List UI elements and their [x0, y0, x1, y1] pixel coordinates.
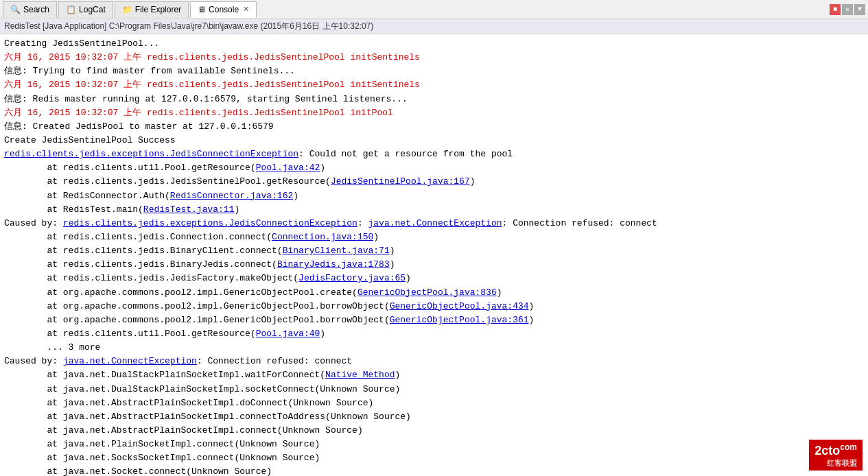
console-line-3: 六月 16, 2015 10:32:07 上午 redis.clients.je… — [4, 78, 864, 92]
tab-logcat[interactable]: 📋 LogCat — [58, 1, 113, 18]
tab-fileexplorer[interactable]: 📁 File Explorer — [115, 1, 189, 18]
console-output[interactable]: Creating JedisSentinelPool... 六月 16, 201… — [0, 34, 868, 476]
caused-by-2-suffix: : Connection refused: connect — [197, 356, 352, 366]
console-line-16: at redis.clients.jedis.BinaryJedis.conne… — [4, 258, 864, 272]
tab-search-label: Search — [23, 5, 49, 14]
console-line-15: at redis.clients.jedis.BinaryClient.conn… — [4, 244, 864, 258]
statusbar-text: RedisTest [Java Application] C:\Program … — [4, 21, 373, 32]
tab-console[interactable]: 🖥 Console ✕ — [190, 1, 257, 18]
jedis-exception-link-2[interactable]: redis.clients.jedis.exceptions.JedisConn… — [63, 218, 357, 228]
console-line-30: at java.net.SocksSocketImpl.connect(Unkn… — [4, 451, 864, 465]
jedisFactory-link[interactable]: JedisFactory.java:65 — [298, 273, 406, 283]
stop-button[interactable]: ■ — [830, 4, 841, 15]
console-line-9: at redis.clients.util.Pool.getResource(P… — [4, 161, 864, 175]
connect-exception-link-1[interactable]: java.net.ConnectException — [368, 218, 502, 228]
caused-by-1-middle: : — [357, 218, 368, 228]
close-button[interactable]: ✕ — [842, 4, 853, 15]
tab-console-close[interactable]: ✕ — [243, 5, 249, 14]
console-line-19: at org.apache.commons.pool2.impl.Generic… — [4, 300, 864, 313]
binaryClient-link[interactable]: BinaryClient.java:71 — [283, 246, 390, 256]
genericPool-borrow2-link[interactable]: GenericObjectPool.java:361 — [390, 315, 529, 325]
console-line-8-suffix: : Could not get a resource from the pool — [298, 149, 513, 159]
console-line-8: redis.clients.jedis.exceptions.JedisConn… — [4, 147, 864, 161]
genericPool-create-link[interactable]: GenericObjectPool.java:836 — [357, 287, 497, 298]
console-line-21: at redis.clients.util.Pool.getResource(P… — [4, 327, 864, 341]
caused-by-1-suffix: : Connection refused: connect — [502, 218, 657, 228]
console-line-31: at java.net.Socket.connect(Unknown Sourc… — [4, 465, 864, 476]
connection-java-150-link[interactable]: Connection.java:150 — [272, 232, 373, 242]
console-line-0: Creating JedisSentinelPool... — [4, 37, 864, 51]
console-line-23: Caused by: java.net.ConnectException: Co… — [4, 355, 864, 368]
console-line-12: at RedisTest.main(RedisTest.java:11) — [4, 203, 864, 217]
tab-search[interactable]: 🔍 Search — [3, 1, 57, 18]
console-line-5: 六月 16, 2015 10:32:07 上午 redis.clients.je… — [4, 106, 864, 120]
pool-java-40-link[interactable]: Pool.java:40 — [256, 329, 320, 339]
jedis-exception-link-1[interactable]: redis.clients.jedis.exceptions.JedisConn… — [4, 149, 298, 159]
tab-logcat-label: LogCat — [79, 5, 106, 14]
search-icon: 🔍 — [10, 5, 21, 14]
console-line-2: 信息: Trying to find master from available… — [4, 64, 864, 78]
console-line-6: 信息: Created JedisPool to master at 127.0… — [4, 120, 864, 134]
console-line-29: at java.net.PlainSocketImpl.connect(Unkn… — [4, 438, 864, 451]
connect-exception-link-2[interactable]: java.net.ConnectException — [63, 356, 197, 366]
menu-button[interactable]: ▼ — [854, 4, 865, 15]
console-line-18: at org.apache.commons.pool2.impl.Generic… — [4, 286, 864, 300]
console-line-11: at RedisConnector.Auth(RedisConnector.ja… — [4, 189, 864, 203]
watermark-line3: com — [840, 442, 857, 452]
genericPool-borrow1-link[interactable]: GenericObjectPool.java:434 — [390, 301, 529, 311]
tab-console-label: Console — [209, 5, 239, 14]
console-line-7: Create JedisSentinelPool Success — [4, 134, 864, 147]
fileexplorer-icon: 📁 — [122, 5, 132, 14]
watermark-box: 2ctocom 红客联盟 — [809, 440, 863, 471]
console-line-22: ... 3 more — [4, 341, 864, 355]
toolbar-buttons: ■ ✕ ▼ — [830, 4, 865, 15]
console-icon: 🖥 — [198, 5, 206, 14]
toolbar: 🔍 Search 📋 LogCat 📁 File Explorer 🖥 Cons… — [0, 0, 868, 19]
redisTest-link[interactable]: RedisTest.java:11 — [143, 204, 235, 215]
jedisSentinelPool-link[interactable]: JedisSentinelPool.java:167 — [331, 176, 470, 187]
console-line-25: at java.net.DualStackPlainSocketImpl.soc… — [4, 383, 864, 396]
watermark-line2: 红客联盟 — [814, 459, 857, 468]
console-line-4: 信息: Redis master running at 127.0.0.1:65… — [4, 93, 864, 106]
console-line-10: at redis.clients.jedis.JedisSentinelPool… — [4, 175, 864, 189]
binaryJedis-link[interactable]: BinaryJedis.java:1783 — [277, 259, 390, 270]
console-line-17: at redis.clients.jedis.JedisFactory.make… — [4, 272, 864, 285]
console-line-20: at org.apache.commons.pool2.impl.Generic… — [4, 313, 864, 327]
redisConnector-link[interactable]: RedisConnector.java:162 — [170, 191, 293, 201]
console-line-14: at redis.clients.jedis.Connection.connec… — [4, 230, 864, 244]
watermark: 2ctocom 红客联盟 — [809, 440, 863, 471]
console-line-13: Caused by: redis.clients.jedis.exception… — [4, 217, 864, 230]
caused-by-2-prefix: Caused by: — [4, 356, 63, 366]
watermark-line1: 2cto — [814, 444, 840, 457]
console-line-27: at java.net.AbstractPlainSocketImpl.conn… — [4, 410, 864, 424]
console-line-26: at java.net.AbstractPlainSocketImpl.doCo… — [4, 396, 864, 410]
tab-fileexplorer-label: File Explorer — [135, 5, 181, 14]
console-line-1: 六月 16, 2015 10:32:07 上午 redis.clients.je… — [4, 51, 864, 64]
statusbar: RedisTest [Java Application] C:\Program … — [0, 19, 868, 34]
console-line-28: at java.net.AbstractPlainSocketImpl.conn… — [4, 424, 864, 438]
caused-by-1-prefix: Caused by: — [4, 218, 63, 228]
console-line-24: at java.net.DualStackPlainSocketImpl.wai… — [4, 368, 864, 382]
pool-java-42-link[interactable]: Pool.java:42 — [256, 163, 320, 173]
native-method-link[interactable]: Native Method — [325, 370, 395, 380]
logcat-icon: 📋 — [66, 5, 76, 14]
